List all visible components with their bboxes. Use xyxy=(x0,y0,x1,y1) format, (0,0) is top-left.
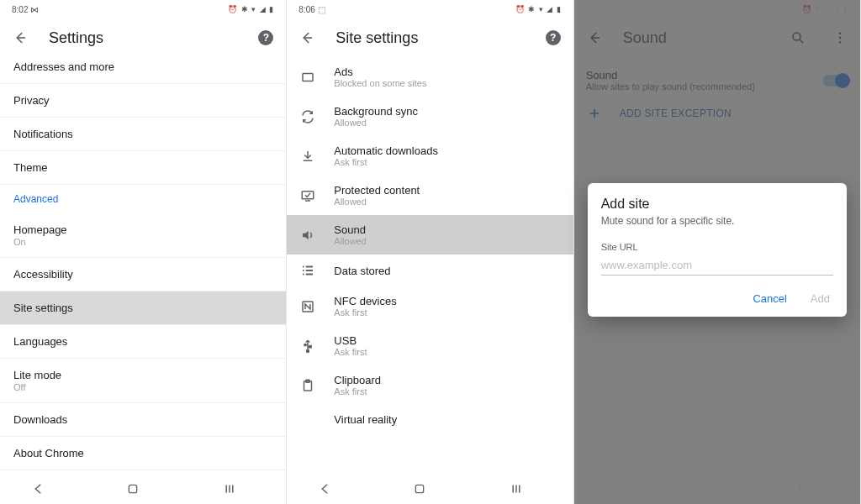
site-setting-row[interactable]: Virtual reality xyxy=(287,405,573,434)
nav-recent[interactable] xyxy=(222,481,256,496)
settings-row[interactable]: Notifications xyxy=(0,118,286,151)
app-bar: Site settings ? xyxy=(287,18,573,57)
site-url-input[interactable] xyxy=(601,255,833,276)
nav-back[interactable] xyxy=(31,481,65,496)
site-setting-row[interactable]: Data stored xyxy=(287,255,573,286)
nfc-icon xyxy=(298,299,317,314)
status-time: 8:06 ⬚ xyxy=(298,5,325,14)
site-settings-list: AdsBlocked on some sitesBackground syncA… xyxy=(287,57,573,474)
download-icon xyxy=(298,149,317,164)
page-title: Site settings xyxy=(335,29,524,47)
site-setting-row[interactable]: NFC devicesAsk first xyxy=(287,286,573,326)
usb-icon xyxy=(298,339,317,354)
settings-row-title: Notifications xyxy=(13,128,272,140)
add-site-dialog: Add site Mute sound for a specific site.… xyxy=(588,183,847,317)
site-setting-subtitle: Ask first xyxy=(334,347,367,357)
settings-row-subtitle: Off xyxy=(13,382,272,392)
cancel-button[interactable]: Cancel xyxy=(749,287,790,310)
help-icon: ? xyxy=(546,30,561,45)
site-setting-title: Data stored xyxy=(334,265,390,277)
site-url-label: Site URL xyxy=(601,242,833,252)
site-setting-title: Sound xyxy=(334,223,367,236)
svg-rect-2 xyxy=(303,191,314,198)
settings-row-title: Languages xyxy=(13,335,272,348)
settings-row[interactable]: Privacy xyxy=(0,84,286,118)
clipboard-icon xyxy=(298,378,317,393)
site-setting-subtitle: Ask first xyxy=(334,157,438,167)
status-time: 8:02 ⋈ xyxy=(12,5,39,14)
android-nav-bar xyxy=(287,474,573,504)
list-icon xyxy=(298,263,317,278)
site-setting-title: Automatic downloads xyxy=(334,144,438,157)
site-setting-subtitle: Allowed xyxy=(334,197,420,207)
settings-row[interactable]: About Chrome xyxy=(0,437,286,470)
site-setting-row[interactable]: USBAsk first xyxy=(287,326,573,365)
help-button[interactable]: ? xyxy=(540,24,567,51)
status-icons: ⏰ ✱ ▾ ◢ ▮ xyxy=(515,5,562,13)
site-setting-row[interactable]: ClipboardAsk first xyxy=(287,365,573,405)
svg-point-4 xyxy=(304,344,306,345)
site-setting-title: Protected content xyxy=(334,184,420,197)
nav-home[interactable] xyxy=(126,482,160,496)
status-icons: ⏰ ✱ ▾ ◢ ▮ xyxy=(228,5,274,13)
settings-row[interactable]: HomepageOn xyxy=(0,213,286,258)
nav-back[interactable] xyxy=(318,481,351,496)
site-setting-row[interactable]: SoundAllowed xyxy=(287,215,573,255)
dialog-subtitle: Mute sound for a specific site. xyxy=(601,215,833,227)
back-button[interactable] xyxy=(293,24,320,51)
sync-icon xyxy=(298,109,317,124)
nav-recent[interactable] xyxy=(509,481,542,496)
nav-home[interactable] xyxy=(413,482,446,496)
sound-screen: 8:05 ⏰ ✱ ▾ ◢ ▮ Sound Sound Allow sites t… xyxy=(574,0,861,504)
tv-check-icon xyxy=(298,188,317,203)
settings-row-title: Homepage xyxy=(13,223,272,236)
settings-row-title: Site settings xyxy=(13,302,272,314)
settings-row[interactable]: Lite modeOff xyxy=(0,359,286,403)
settings-row[interactable]: Addresses and more xyxy=(0,57,286,84)
site-setting-title: USB xyxy=(334,334,367,347)
site-setting-row[interactable]: AdsBlocked on some sites xyxy=(287,57,573,97)
app-bar: Settings ? xyxy=(0,18,286,57)
settings-row[interactable]: Site settings xyxy=(0,291,286,325)
settings-row[interactable]: Downloads xyxy=(0,403,286,437)
help-button[interactable]: ? xyxy=(252,24,279,51)
site-setting-row[interactable]: Automatic downloadsAsk first xyxy=(287,136,573,176)
site-setting-title: Ads xyxy=(334,66,426,78)
settings-row-subtitle: On xyxy=(13,237,272,247)
add-button[interactable]: Add xyxy=(807,287,833,310)
settings-row[interactable]: Languages xyxy=(0,325,286,359)
settings-list: Addresses and morePrivacyNotificationsTh… xyxy=(0,57,286,474)
volume-icon xyxy=(298,228,317,243)
site-setting-title: Virtual reality xyxy=(334,413,397,426)
site-setting-subtitle: Allowed xyxy=(334,118,418,128)
settings-row-title: Lite mode xyxy=(13,369,272,381)
svg-rect-9 xyxy=(416,485,424,492)
rect-icon xyxy=(298,70,317,85)
arrow-back-icon xyxy=(299,30,314,45)
android-nav-bar xyxy=(0,474,286,504)
page-title: Settings xyxy=(49,29,237,47)
settings-row-title: Theme xyxy=(13,161,272,174)
settings-row[interactable]: Theme xyxy=(0,151,286,185)
site-setting-title: Clipboard xyxy=(334,374,381,386)
status-bar: 8:06 ⬚ ⏰ ✱ ▾ ◢ ▮ xyxy=(287,0,573,18)
status-bar: 8:02 ⋈ ⏰ ✱ ▾ ◢ ▮ xyxy=(0,0,286,18)
settings-row-title: About Chrome xyxy=(13,447,272,459)
site-setting-title: NFC devices xyxy=(334,295,396,307)
arrow-back-icon xyxy=(13,30,28,45)
settings-row[interactable]: Accessibility xyxy=(0,258,286,291)
site-setting-title: Background sync xyxy=(334,105,418,118)
site-setting-subtitle: Ask first xyxy=(334,386,381,396)
dialog-title: Add site xyxy=(601,197,833,212)
settings-row-title: Addresses and more xyxy=(13,60,272,73)
svg-point-6 xyxy=(307,349,309,352)
site-setting-row[interactable]: Protected contentAllowed xyxy=(287,176,573,215)
svg-rect-5 xyxy=(309,345,311,347)
back-button[interactable] xyxy=(7,24,34,51)
help-icon: ? xyxy=(258,30,273,45)
settings-screen: 8:02 ⋈ ⏰ ✱ ▾ ◢ ▮ Settings ? Addresses an… xyxy=(0,0,287,504)
site-setting-subtitle: Ask first xyxy=(334,307,396,318)
settings-row-title: Downloads xyxy=(13,413,272,426)
site-setting-row[interactable]: Background syncAllowed xyxy=(287,97,573,136)
settings-row-title: Privacy xyxy=(13,94,272,107)
